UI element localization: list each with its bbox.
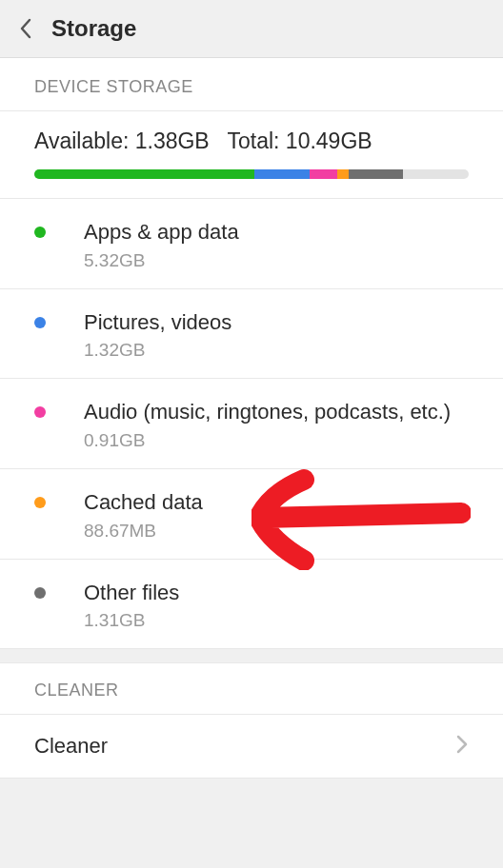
back-icon[interactable]: [13, 16, 38, 41]
storage-item-title: Audio (music, ringtones, podcasts, etc.): [84, 398, 469, 426]
storage-item-size: 0.91GB: [84, 430, 469, 451]
page-title: Storage: [51, 15, 136, 42]
storage-item-title: Pictures, videos: [84, 308, 469, 337]
device-storage-section-label: DEVICE STORAGE: [0, 58, 503, 110]
storage-bar-segment: [254, 169, 309, 179]
storage-item-size: 5.32GB: [84, 250, 469, 271]
header-bar: Storage: [0, 0, 503, 58]
total-value: 10.49GB: [286, 128, 372, 153]
storage-summary: Available: 1.38GB Total: 10.49GB: [0, 110, 503, 199]
storage-item-text: Other files1.31GB: [84, 579, 469, 632]
storage-item-size: 1.32GB: [84, 340, 469, 361]
storage-item-text: Audio (music, ringtones, podcasts, etc.)…: [84, 398, 469, 451]
storage-bar-segment: [310, 169, 338, 179]
storage-item-pictures[interactable]: Pictures, videos1.32GB: [0, 289, 503, 380]
chevron-right-icon: [455, 734, 469, 759]
storage-item-size: 88.67MB: [84, 521, 469, 542]
available-value: 1.38GB: [135, 128, 210, 153]
storage-item-text: Pictures, videos1.32GB: [84, 308, 469, 362]
storage-item-title: Apps & app data: [84, 218, 469, 247]
section-divider: [0, 649, 503, 662]
storage-item-size: 1.31GB: [84, 610, 469, 631]
storage-item-other[interactable]: Other files1.31GB: [0, 560, 503, 650]
storage-item-text: Cached data88.67MB: [84, 488, 469, 542]
storage-summary-text: Available: 1.38GB Total: 10.49GB: [34, 128, 469, 154]
cleaner-label: Cleaner: [34, 734, 108, 759]
storage-item-audio[interactable]: Audio (music, ringtones, podcasts, etc.)…: [0, 379, 503, 469]
storage-bar-segment: [337, 169, 348, 179]
storage-bar-segment: [349, 169, 403, 179]
total-label: Total:: [227, 128, 285, 153]
content-area: DEVICE STORAGE Available: 1.38GB Total: …: [0, 58, 503, 868]
category-dot-icon: [34, 497, 46, 508]
storage-item-cached[interactable]: Cached data88.67MB: [0, 469, 503, 560]
category-dot-icon: [34, 317, 46, 328]
storage-bar: [34, 169, 469, 179]
category-dot-icon: [34, 587, 46, 599]
storage-item-title: Other files: [84, 579, 469, 607]
cleaner-row[interactable]: Cleaner: [0, 714, 503, 779]
storage-bar-segment: [34, 169, 254, 179]
storage-item-text: Apps & app data5.32GB: [84, 218, 469, 271]
bottom-spacer: [0, 779, 503, 868]
available-label: Available:: [34, 128, 135, 153]
cleaner-section-label: CLEANER: [0, 662, 503, 714]
category-dot-icon: [34, 406, 46, 418]
storage-item-apps[interactable]: Apps & app data5.32GB: [0, 199, 503, 289]
category-dot-icon: [34, 227, 46, 238]
storage-item-title: Cached data: [84, 488, 469, 517]
